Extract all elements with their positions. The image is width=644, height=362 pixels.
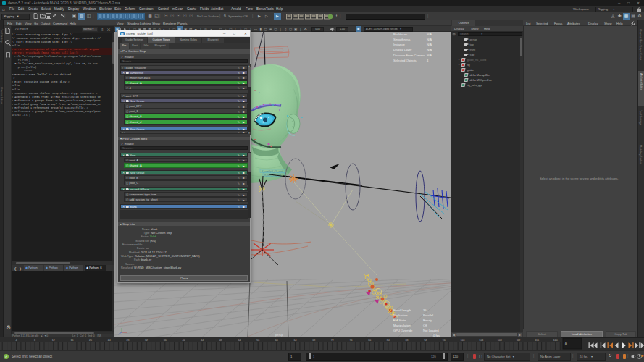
svg-text:Parallel: Parallel [423, 313, 433, 317]
svg-text:Focal Length: Focal Length [393, 308, 411, 312]
svg-text:N/A: N/A [427, 54, 432, 57]
svg-text:Backfaces: Backfaces [393, 33, 407, 36]
svg-text:0 fps: 0 fps [433, 334, 440, 337]
svg-text:32: 32 [145, 339, 148, 342]
svg-text:8: 8 [34, 339, 35, 342]
svg-text:Ready: Ready [423, 319, 432, 322]
svg-text:96: 96 [443, 339, 446, 342]
svg-text:68: 68 [312, 339, 315, 342]
svg-text:persp: persp [275, 333, 283, 337]
svg-text:108: 108 [498, 339, 502, 342]
svg-text:64: 64 [294, 339, 297, 342]
svg-text:16: 16 [71, 339, 74, 342]
svg-text:116: 116 [535, 339, 539, 342]
svg-text:R_armUpV_C0_root: R_armUpV_C0_root [262, 170, 283, 173]
svg-text:112: 112 [517, 339, 521, 342]
svg-text:120: 120 [553, 339, 558, 342]
svg-text:92: 92 [424, 339, 427, 342]
svg-text:Smoothness: Smoothness [393, 38, 410, 41]
svg-text:24: 24 [108, 339, 111, 342]
svg-text:20: 20 [89, 339, 92, 342]
svg-text:56: 56 [256, 339, 259, 342]
svg-text:76: 76 [350, 339, 353, 342]
svg-text:36: 36 [164, 339, 167, 342]
svg-text:72: 72 [331, 339, 334, 342]
svg-text:88: 88 [406, 339, 409, 342]
svg-text:44: 44 [201, 339, 204, 342]
svg-text:Off: Off [423, 324, 427, 327]
svg-text:35: 35 [423, 308, 427, 312]
svg-text:84: 84 [387, 339, 390, 342]
svg-text:28: 28 [127, 339, 130, 342]
svg-text:100: 100 [461, 339, 465, 342]
svg-text:0: 0 [565, 342, 567, 346]
svg-text:Evaluation: Evaluation [393, 313, 408, 317]
svg-text:52: 52 [238, 339, 241, 342]
svg-text:40: 40 [183, 339, 185, 342]
svg-text:Display Layer: Display Layer [393, 48, 412, 51]
svg-text:12: 12 [52, 339, 55, 342]
svg-text:80: 80 [368, 339, 371, 342]
svg-text:4: 4 [16, 339, 17, 342]
svg-text:N/A: N/A [427, 33, 432, 36]
svg-text:GPU Override: GPU Override [393, 329, 413, 332]
svg-text:104: 104 [479, 339, 483, 342]
svg-text:Manipulation: Manipulation [393, 324, 411, 327]
svg-text:60: 60 [275, 339, 278, 342]
svg-text:48: 48 [219, 339, 222, 342]
svg-text:Instance: Instance [393, 43, 406, 46]
svg-text:N/A: N/A [427, 48, 432, 51]
svg-text:N/A: N/A [427, 43, 432, 46]
svg-text:EM State: EM State [393, 319, 406, 322]
svg-text:Selected Objects: Selected Objects [393, 59, 417, 62]
svg-text:Distance From Camera: Distance From Camera [393, 54, 425, 57]
svg-text:N/A: N/A [427, 38, 432, 41]
svg-text:Not Loaded: Not Loaded [423, 329, 439, 332]
